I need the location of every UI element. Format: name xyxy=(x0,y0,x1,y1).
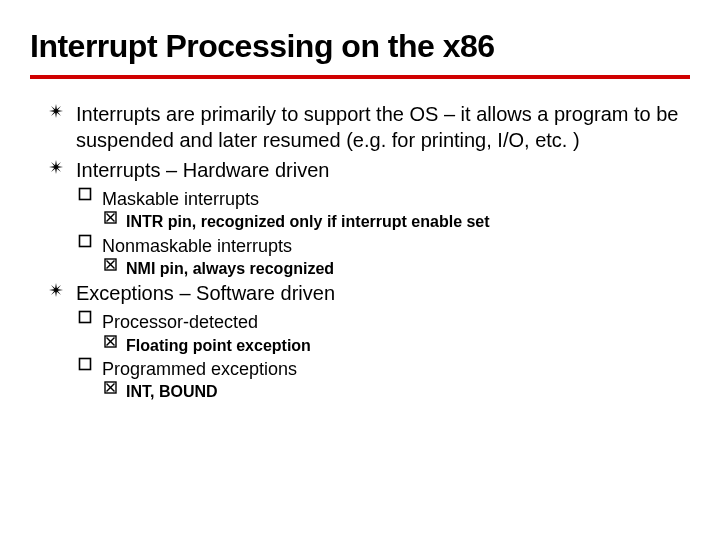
list-item-text: Interrupts – Hardware driven xyxy=(76,159,329,181)
slide: Interrupt Processing on the x86 Interrup… xyxy=(0,0,720,424)
list-item-level-2: Nonmaskable interrupts xyxy=(30,234,690,258)
bullet-icon-level-3 xyxy=(104,381,117,394)
list-item-text: Floating point exception xyxy=(126,337,311,354)
list-item-text: Programmed exceptions xyxy=(102,359,297,379)
list-item-level-2: Maskable interrupts xyxy=(30,187,690,211)
bullet-icon-level-2 xyxy=(78,234,92,248)
bullet-icon-level-1 xyxy=(48,282,64,298)
bullet-icon-level-1 xyxy=(48,103,64,119)
list-item-text: Maskable interrupts xyxy=(102,189,259,209)
bullet-icon-level-1 xyxy=(48,159,64,175)
list-item-text: Processor-detected xyxy=(102,312,258,332)
bullet-icon-level-3 xyxy=(104,258,117,271)
title-underline xyxy=(30,75,690,79)
svg-rect-12 xyxy=(80,359,91,370)
list-item-level-3: Floating point exception xyxy=(30,335,690,357)
svg-rect-0 xyxy=(80,189,91,200)
list-item-level-3: NMI pin, always recognized xyxy=(30,258,690,280)
list-item-level-3: INTR pin, recognized only if interrupt e… xyxy=(30,211,690,233)
svg-rect-8 xyxy=(80,312,91,323)
bullet-icon-level-3 xyxy=(104,335,117,348)
list-item-level-2: Programmed exceptions xyxy=(30,357,690,381)
list-item-level-1: Interrupts – Hardware driven xyxy=(30,157,690,183)
list-item-text: Nonmaskable interrupts xyxy=(102,236,292,256)
bullet-icon-level-3 xyxy=(104,211,117,224)
list-item-text: NMI pin, always recognized xyxy=(126,260,334,277)
list-item-level-1: Interrupts are primarily to support the … xyxy=(30,101,690,153)
list-item-level-1: Exceptions – Software driven xyxy=(30,280,690,306)
svg-rect-4 xyxy=(80,235,91,246)
list-item-text: Interrupts are primarily to support the … xyxy=(76,103,679,151)
list-item-level-2: Processor-detected xyxy=(30,310,690,334)
slide-content: Interrupts are primarily to support the … xyxy=(30,101,690,404)
slide-title: Interrupt Processing on the x86 xyxy=(30,28,690,65)
bullet-icon-level-2 xyxy=(78,310,92,324)
bullet-icon-level-2 xyxy=(78,357,92,371)
list-item-text: Exceptions – Software driven xyxy=(76,282,335,304)
list-item-level-3: INT, BOUND xyxy=(30,381,690,403)
list-item-text: INTR pin, recognized only if interrupt e… xyxy=(126,213,490,230)
list-item-text: INT, BOUND xyxy=(126,383,218,400)
bullet-icon-level-2 xyxy=(78,187,92,201)
